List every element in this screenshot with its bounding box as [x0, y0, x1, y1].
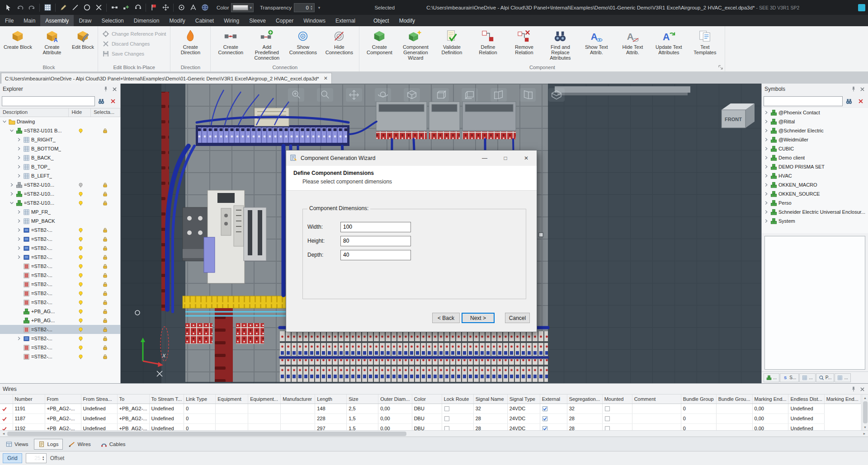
explorer-tree-item-stb2[interactable]: =STB2-...: [0, 280, 120, 289]
tab-views[interactable]: Views: [2, 439, 32, 450]
symbols-tree-item-demo-client[interactable]: Demo client: [762, 153, 868, 162]
menu-modify[interactable]: Modify: [164, 15, 190, 26]
pin-icon[interactable]: [850, 385, 857, 392]
viewport-view-front-button[interactable]: [433, 88, 449, 102]
viewport-view-iso-button[interactable]: [404, 88, 420, 102]
explorer-tree-item-b-left[interactable]: B_LEFT_: [0, 171, 120, 180]
wires-col-check[interactable]: [0, 395, 13, 404]
cell-mounted[interactable]: [602, 413, 632, 423]
visibility-toggle[interactable]: [78, 191, 84, 197]
pin-icon[interactable]: [850, 86, 857, 93]
qat-undo-button[interactable]: [14, 2, 25, 13]
qat-pencil-button[interactable]: [58, 2, 69, 13]
lock-toggle[interactable]: [102, 200, 108, 206]
wires-col-from-strea[interactable]: From Strea...: [81, 395, 117, 404]
scroll-right-icon[interactable]: ►: [861, 431, 868, 437]
symbols-view-tab-1[interactable]: SS...: [780, 373, 799, 382]
wires-col-equipment[interactable]: Equipment: [216, 395, 248, 404]
tab-cables[interactable]: Cables: [97, 439, 130, 450]
cell-external[interactable]: [540, 404, 567, 413]
ribbon-button-hide-connections[interactable]: Hide Connections: [321, 28, 357, 56]
viewport-pan-button[interactable]: [346, 88, 362, 102]
back-button[interactable]: < Back: [432, 313, 460, 323]
ribbon-button-create-block[interactable]: Create Block: [2, 28, 34, 51]
cell-external[interactable]: [540, 413, 567, 423]
wires-col-from[interactable]: From: [45, 395, 81, 404]
explorer-tree-item-stb2[interactable]: =STB2-...: [0, 298, 120, 307]
visibility-toggle[interactable]: [78, 127, 84, 134]
close-icon[interactable]: [112, 86, 118, 92]
menu-external[interactable]: External: [330, 15, 360, 26]
qat-snap-button[interactable]: [132, 2, 143, 13]
visibility-toggle[interactable]: [78, 326, 84, 333]
wires-col-outer-diam[interactable]: Outer Diam...: [378, 395, 412, 404]
lock-toggle[interactable]: [102, 317, 108, 324]
symbols-tree-item-rittal[interactable]: @Rittal: [762, 117, 868, 126]
wires-col-comment[interactable]: Comment: [632, 395, 681, 404]
visibility-toggle[interactable]: [78, 236, 84, 242]
symbols-search-button[interactable]: [844, 96, 854, 107]
width-input[interactable]: [340, 222, 411, 232]
ribbon-button-hide-text-attrib[interactable]: AHide Text Attrib.: [614, 28, 651, 56]
ribbon-button-validate-definition[interactable]: Validate Definition: [434, 28, 470, 56]
wires-row-1[interactable]: 1187+PB_AG2-...Undefined+PB_AG2-...Undef…: [0, 413, 860, 423]
wires-col-signal-type[interactable]: Signal Type: [507, 395, 540, 404]
tab-close-icon[interactable]: ✕: [324, 75, 328, 81]
visibility-toggle[interactable]: [78, 299, 84, 305]
visibility-toggle[interactable]: [78, 344, 84, 351]
ribbon-button-create-connection[interactable]: Create Connection: [212, 28, 249, 56]
lock-toggle[interactable]: [102, 272, 108, 278]
wires-col-equipment[interactable]: Equipment...: [248, 395, 281, 404]
lock-toggle[interactable]: [102, 245, 108, 251]
explorer-tree-item-stb2[interactable]: =STB2-...: [0, 334, 120, 343]
explorer-tree-item-stb2[interactable]: =STB2-...: [0, 289, 120, 298]
explorer-tree-item-stb2[interactable]: =STB2-...: [0, 325, 120, 334]
wires-col-marking-end[interactable]: Marking End...: [824, 395, 860, 404]
ribbon-button-create-direction[interactable]: Create Direction: [172, 28, 208, 56]
ribbon-button-text-templates[interactable]: Text Templates: [687, 28, 723, 56]
toolbar-overflow-icon[interactable]: ▾: [318, 5, 321, 10]
height-input[interactable]: [340, 236, 411, 246]
wires-col-bundle-grou[interactable]: Bundle Grou...: [716, 395, 752, 404]
symbols-view-tab-3[interactable]: P...: [816, 373, 835, 382]
menu-copper[interactable]: Copper: [271, 15, 298, 26]
lock-toggle[interactable]: [102, 254, 108, 260]
wires-col-color[interactable]: Color: [412, 395, 442, 404]
wires-col-length[interactable]: Length: [315, 395, 347, 404]
wires-row-2[interactable]: 1192+PB_AG2-...Undefined+PB_AG2-...Undef…: [0, 423, 860, 430]
explorer-tree-item-stb2[interactable]: =STB2-...: [0, 343, 120, 352]
explorer-tree-item-mp-back[interactable]: MP_BACK: [0, 216, 120, 225]
explorer-search-button[interactable]: [96, 96, 107, 107]
explorer-column-hide[interactable]: Hide: [69, 108, 91, 117]
qat-flag-button[interactable]: [148, 2, 159, 13]
qat-redo-button[interactable]: [26, 2, 37, 13]
lock-toggle[interactable]: [102, 335, 108, 342]
ribbon-button-component-generation-wizard[interactable]: Component Generation Wizard: [397, 28, 434, 61]
explorer-tree-item-pb-ag[interactable]: +PB_AG...: [0, 307, 120, 316]
menu-windows[interactable]: Windows: [298, 15, 330, 26]
vertical-scrollbar[interactable]: ▲ ▼: [862, 395, 868, 430]
explorer-tree-item-pb-ag[interactable]: +PB_AG...: [0, 316, 120, 325]
menu-dimension[interactable]: Dimension: [129, 15, 165, 26]
scrollbar-thumb[interactable]: [7, 432, 406, 436]
wires-col-segregation[interactable]: Segregation...: [567, 395, 602, 404]
symbols-clear-button[interactable]: [855, 96, 866, 107]
lock-toggle[interactable]: [102, 281, 108, 287]
lock-toggle[interactable]: [102, 353, 108, 360]
grid-size-spinner[interactable]: 25 ▲▼: [26, 453, 47, 463]
menu-assembly[interactable]: Assembly: [40, 15, 74, 26]
symbols-view-tab-4[interactable]: ...: [835, 373, 850, 382]
visibility-toggle[interactable]: [78, 353, 84, 360]
lock-toggle[interactable]: [102, 290, 108, 296]
lock-toggle[interactable]: [102, 182, 108, 188]
horizontal-scrollbar[interactable]: ◄ ►: [0, 430, 868, 437]
explorer-tree-item-stb2-u10[interactable]: =STB2-U10...: [0, 180, 120, 189]
qat-node-plus-button[interactable]: [121, 2, 132, 13]
ribbon-button-add-predefined-connection[interactable]: Add Predefined Connection: [249, 28, 285, 61]
wires-col-marking-end[interactable]: Marking End...: [752, 395, 788, 404]
visibility-toggle[interactable]: [78, 290, 84, 296]
ribbon-button-update-text-attributes[interactable]: AUpdate Text Attributes: [651, 28, 687, 56]
explorer-search-input[interactable]: [2, 96, 95, 106]
scroll-up-icon[interactable]: ▲: [862, 395, 868, 401]
symbols-tree-item-cubic[interactable]: CUBIC: [762, 144, 868, 153]
